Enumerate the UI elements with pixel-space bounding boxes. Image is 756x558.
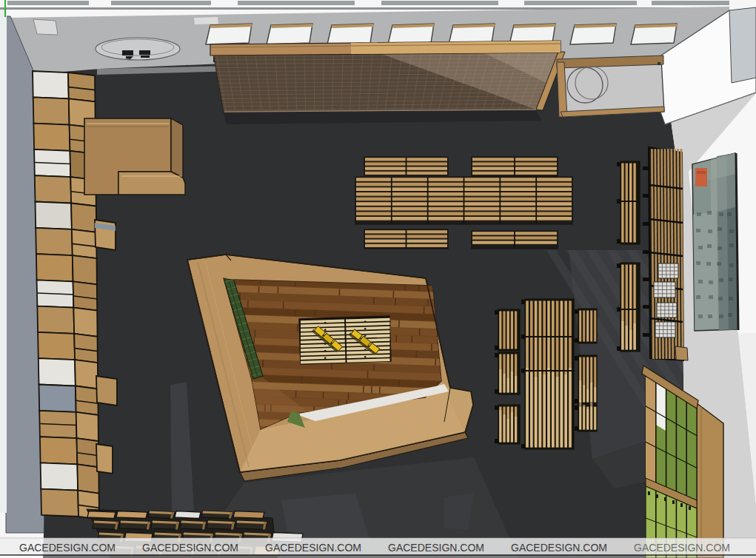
svg-text:GACEDESIGN.COM: GACEDESIGN.COM: [634, 541, 730, 554]
svg-text:GACEDESIGN.COM: GACEDESIGN.COM: [511, 541, 607, 554]
svg-text:GACEDESIGN.COM: GACEDESIGN.COM: [142, 541, 238, 554]
svg-text:GACEDESIGN.COM: GACEDESIGN.COM: [19, 541, 116, 554]
svg-text:GACEDESIGN.COM: GACEDESIGN.COM: [388, 541, 484, 554]
svg-text:GACEDESIGN.COM: GACEDESIGN.COM: [265, 541, 361, 554]
